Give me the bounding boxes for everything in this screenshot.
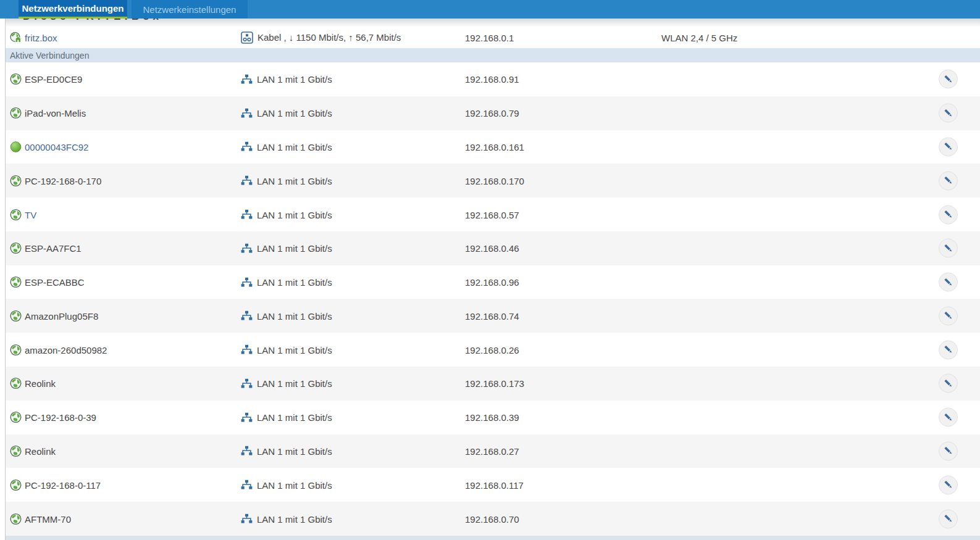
device-connection: LAN 1 mit 1 Gbit/s (241, 108, 332, 118)
device-name: ESP-ECABBC (25, 277, 85, 288)
device-icon-slot (10, 310, 22, 322)
globe-icon (10, 310, 22, 322)
device-row: ESP-ED0CE9 LAN 1 mit 1 Gbit/s 192.168.0.… (6, 62, 980, 96)
clipped-section-header-text: Diese FRITZ!Box (23, 19, 162, 23)
lan-icon (241, 446, 253, 456)
device-list: ESP-ED0CE9 LAN 1 mit 1 Gbit/s 192.168.0.… (6, 62, 980, 536)
edit-device-button[interactable] (939, 239, 958, 258)
device-connection: LAN 1 mit 1 Gbit/s (241, 243, 332, 254)
lan-icon (241, 74, 253, 84)
device-row: PC-192-168-0-39 LAN 1 mit 1 Gbit/s 192.1… (6, 401, 980, 434)
edit-device-button[interactable] (939, 104, 958, 123)
device-name: PC-192-168-0-117 (25, 480, 101, 490)
device-ip: 192.168.0.46 (465, 243, 519, 254)
device-icon-slot (10, 412, 22, 423)
device-name: ESP-AA7FC1 (25, 243, 82, 254)
tab-netzwerkeinstellungen[interactable]: Netzwerkeinstellungen (132, 0, 248, 19)
device-icon-slot (10, 243, 22, 254)
device-edit (939, 509, 958, 528)
device-icon-slot (10, 344, 22, 355)
edit-device-button[interactable] (939, 306, 958, 325)
globe-icon (10, 73, 22, 85)
device-name: iPad-von-Melis (25, 108, 86, 118)
router-row: fritz.box Kabel , ↓ 1150 Mbit/s, ↑ 56,7 … (6, 27, 980, 48)
router-connection-text: Kabel , ↓ 1150 Mbit/s, ↑ 56,7 Mbit/s (258, 32, 401, 43)
device-row: TV LAN 1 mit 1 Gbit/s 192.168.0.57 (6, 197, 980, 231)
lan-icon (241, 210, 253, 220)
pencil-icon (943, 310, 954, 322)
device-row: PC-192-168-0-117 LAN 1 mit 1 Gbit/s 192.… (6, 468, 980, 502)
router-name-link[interactable]: fritz.box (25, 32, 57, 43)
edit-device-button[interactable] (939, 340, 958, 359)
pencil-icon (943, 480, 954, 491)
device-ip: 192.168.0.74 (465, 310, 519, 321)
edit-device-button[interactable] (939, 475, 958, 494)
device-name: AFTMM-70 (25, 513, 71, 524)
device-name: AmazonPlug05F8 (25, 310, 98, 321)
device-edit (939, 475, 958, 494)
device-connection-text: LAN 1 mit 1 Gbit/s (257, 344, 332, 355)
device-row: Reolink LAN 1 mit 1 Gbit/s 192.168.0.27 (6, 434, 980, 468)
device-ip: 192.168.0.173 (465, 378, 524, 389)
lan-icon (241, 176, 253, 186)
tab-bar: Netzwerkverbindungen Netzwerkeinstellung… (0, 0, 980, 19)
device-name: ESP-ED0CE9 (25, 74, 82, 85)
globe-icon (10, 479, 22, 491)
device-row: ESP-AA7FC1 LAN 1 mit 1 Gbit/s 192.168.0.… (6, 231, 980, 265)
clipped-section-header: Diese FRITZ!Box (6, 19, 980, 27)
edit-device-button[interactable] (939, 205, 958, 224)
device-edit (939, 205, 958, 224)
device-connection-text: LAN 1 mit 1 Gbit/s (257, 513, 332, 524)
device-edit (939, 104, 958, 123)
device-connection-text: LAN 1 mit 1 Gbit/s (257, 480, 332, 490)
device-ip: 192.168.0.170 (465, 175, 524, 186)
globe-icon (10, 412, 22, 423)
router-ip: 192.168.0.1 (465, 32, 514, 43)
pencil-icon (943, 243, 954, 254)
edit-device-button[interactable] (939, 273, 958, 292)
pencil-icon (943, 276, 954, 288)
device-row: amazon-260d50982 LAN 1 mit 1 Gbit/s 192.… (6, 333, 980, 367)
lan-icon (241, 243, 253, 253)
edit-device-button[interactable] (939, 509, 958, 528)
device-connection: LAN 1 mit 1 Gbit/s (241, 141, 332, 152)
device-edit (939, 171, 958, 190)
device-connection-text: LAN 1 mit 1 Gbit/s (257, 412, 332, 423)
fritzbox-network-page: Netzwerkverbindungen Netzwerkeinstellung… (0, 0, 980, 540)
edit-device-button[interactable] (939, 137, 958, 156)
device-edit (939, 374, 958, 393)
device-icon-slot (10, 107, 22, 119)
edit-device-button[interactable] (939, 171, 958, 190)
device-name[interactable]: TV (25, 209, 36, 220)
device-connection: LAN 1 mit 1 Gbit/s (241, 74, 332, 85)
device-icon-slot (10, 175, 22, 186)
lan-icon (241, 345, 253, 355)
globe-icon (10, 175, 22, 186)
pencil-icon (943, 107, 954, 118)
device-row: AFTMM-70 LAN 1 mit 1 Gbit/s 192.168.0.70 (6, 502, 980, 536)
device-icon-slot (10, 209, 22, 220)
device-icon-slot (10, 513, 22, 525)
edit-device-button[interactable] (939, 408, 958, 427)
device-ip: 192.168.0.91 (465, 74, 519, 85)
device-edit (939, 306, 958, 325)
lan-icon (241, 311, 253, 321)
pencil-icon (943, 141, 954, 152)
device-connection-text: LAN 1 mit 1 Gbit/s (257, 209, 332, 220)
device-name[interactable]: 00000043FC92 (25, 141, 88, 152)
pencil-icon (943, 209, 954, 220)
tab-netzwerkverbindungen[interactable]: Netzwerkverbindungen (19, 0, 127, 19)
edit-device-button[interactable] (939, 374, 958, 393)
router-wlan-bands: WLAN 2,4 / 5 GHz (661, 32, 737, 43)
device-connection: LAN 1 mit 1 Gbit/s (241, 310, 332, 321)
edit-device-button[interactable] (939, 441, 958, 460)
device-ip: 192.168.0.39 (465, 412, 519, 423)
pencil-icon (943, 344, 954, 355)
section-header-active-connections: Aktive Verbindungen (6, 48, 980, 62)
status-green-icon (10, 141, 22, 152)
device-name: PC-192-168-0-39 (25, 412, 96, 423)
device-connection: LAN 1 mit 1 Gbit/s (241, 209, 332, 220)
edit-device-button[interactable] (939, 70, 958, 89)
device-ip: 192.168.0.161 (465, 141, 524, 152)
globe-icon (10, 445, 22, 457)
